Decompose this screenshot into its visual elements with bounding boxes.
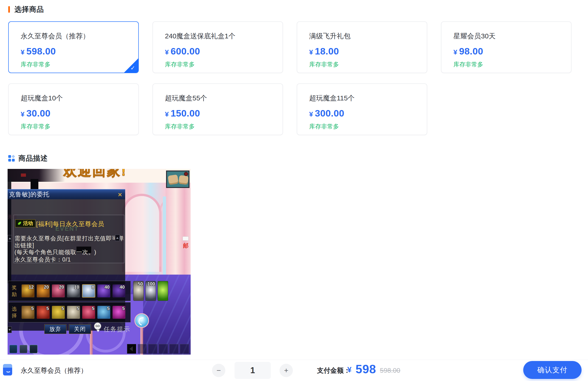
pay-amount-label: 支付金额： (317, 360, 350, 381)
price-amount: 98.00 (459, 46, 483, 57)
taskbar-slot (180, 344, 189, 354)
select-item-icon: 5 (37, 306, 50, 319)
confirm-pay-button[interactable]: 确认支付 (523, 361, 582, 379)
select-row: 选择 5 5 5 5 5 5 5 (8, 302, 131, 322)
go-pin-icon: GO (94, 322, 101, 330)
product-card-3[interactable]: 星耀会员30天 ¥ 98.00 库存非常多 (441, 21, 571, 73)
select-item-icon: 5 (82, 306, 95, 319)
taskbar-slot (138, 344, 147, 354)
minimap-terrain (178, 175, 189, 185)
product-name: 超玩魔盒55个 (165, 93, 271, 103)
currency-symbol: ¥ (309, 48, 313, 56)
selected-product-name: 永久至尊会员（推荐） (21, 360, 87, 381)
game-giveup-button: 放弃 (44, 324, 66, 334)
minimap-marker-icon (184, 172, 188, 176)
product-card-5[interactable]: 超玩魔盒55个 ¥ 150.00 库存非常多 (152, 83, 283, 135)
select-item-icon: 5 (97, 306, 110, 319)
game-arch (122, 194, 162, 272)
pay-currency-symbol: ¥ (347, 365, 351, 374)
game-red-text-fragment (21, 174, 26, 177)
reward-item-icon: 20 (37, 284, 50, 298)
hud-town-icon (20, 345, 27, 353)
reward-item-icon: 8 (82, 284, 95, 298)
leaf-icon (18, 221, 21, 225)
product-card-4[interactable]: 超玩魔盒10个 ¥ 30.00 库存非常多 (8, 83, 139, 135)
currency-symbol: ¥ (165, 110, 169, 118)
reward-row: 奖励 12 20 20 10 8 40 40 (8, 281, 131, 301)
dialog-close-icon: × (118, 191, 122, 199)
price-amount: 150.00 (171, 108, 200, 119)
reward-item-icon: 40 (112, 284, 126, 298)
quest-name: [福利]每日永久至尊会员 (36, 220, 104, 228)
product-card-6[interactable]: 超玩魔盒115个 ¥ 300.00 库存非常多 (297, 83, 427, 135)
product-grid: 永久至尊会员（推荐） ¥ 598.00 库存非常多 ✓ 240魔盒送保底礼盒1个… (8, 21, 573, 135)
currency-symbol: ¥ (453, 48, 457, 56)
reward-card-icon (158, 281, 168, 301)
reward-item-icon: 40 (97, 284, 110, 298)
reward-card-icon: 100 (145, 281, 156, 301)
quest-desc-line: (每天每个角色只能领取一次。) (15, 248, 96, 256)
panel-chevron-down-icon (8, 327, 12, 333)
checkout-bar: 永久至尊会员（推荐） − + 支付金额： ¥ 598 598.00 确认支付 (0, 360, 588, 381)
check-icon: ✓ (130, 65, 135, 71)
reward-card-icon: 50 (133, 281, 144, 301)
product-card-2[interactable]: 满级飞升礼包 ¥ 18.00 库存非常多 (297, 21, 427, 73)
quest-desc-line: 永久至尊会员卡：0/1 (15, 256, 71, 263)
selected-corner: ✓ (124, 58, 138, 73)
hud-move-icon (9, 345, 17, 353)
game-spiral-orb (134, 313, 149, 328)
product-name: 超玩魔盒10个 (21, 93, 126, 103)
quest-activity-badge: 活动 (15, 220, 35, 227)
stock-status: 库存非常多 (165, 60, 271, 68)
price-amount: 30.00 (26, 108, 51, 119)
select-item-icon: 5 (52, 306, 65, 319)
product-price: ¥ 300.00 (309, 108, 415, 119)
reward-item-icon: 10 (67, 284, 80, 298)
section-title-description: 商品描述 (18, 154, 48, 163)
product-price: ¥ 600.00 (165, 46, 271, 57)
panel-chevron-up-icon (8, 235, 12, 242)
stock-status: 库存非常多 (453, 60, 559, 68)
product-price: ¥ 598.00 (21, 46, 126, 57)
select-item-icon: 5 (67, 306, 80, 319)
select-label: 选择 (11, 306, 17, 319)
game-hud-left (9, 345, 38, 353)
currency-symbol: ¥ (21, 48, 24, 56)
price-amount: 18.00 (315, 46, 339, 57)
quantity-minus-button[interactable]: − (212, 364, 225, 377)
product-name: 240魔盒送保底礼盒1个 (165, 31, 271, 41)
game-taskbar (127, 344, 189, 354)
currency-symbol: ¥ (165, 48, 169, 56)
product-name: 超玩魔盒115个 (309, 93, 415, 103)
accent-bar-icon (8, 6, 10, 13)
task-hint-label: 任务提示 (104, 325, 130, 334)
product-price: ¥ 150.00 (165, 108, 271, 119)
grid-squares-icon (8, 155, 15, 161)
product-name: 满级飞升礼包 (309, 31, 415, 41)
taskbar-slot (159, 344, 168, 354)
description-section-header: 商品描述 (8, 154, 48, 163)
quantity-plus-button[interactable]: + (279, 364, 293, 377)
product-name: 星耀会员30天 (453, 31, 559, 41)
shopping-bag-icon (3, 364, 12, 376)
product-card-0[interactable]: 永久至尊会员（推荐） ¥ 598.00 库存非常多 ✓ (8, 21, 139, 73)
select-section-header: 选择商品 (8, 5, 44, 14)
product-card-1[interactable]: 240魔盒送保底礼盒1个 ¥ 600.00 库存非常多 (152, 21, 283, 73)
mail-sign-text: 邮 (183, 242, 189, 249)
game-welcome-text: 欢迎回家! (63, 169, 127, 180)
select-item-icon: 5 (21, 306, 35, 319)
product-price: ¥ 98.00 (453, 46, 559, 57)
product-description-image: 开启 欢迎回家! 邮 克鲁敏]的委托 × EVENT 活动 [福利]每日永久至尊… (8, 169, 191, 355)
game-close-button: 关闭 (69, 324, 91, 334)
scroll-up-icon (115, 235, 120, 241)
mail-envelope-icon (183, 236, 189, 241)
quantity-input[interactable] (234, 362, 271, 379)
product-name: 永久至尊会员（推荐） (21, 31, 126, 41)
reward-item-icon: 20 (52, 284, 65, 298)
stock-status: 库存非常多 (21, 122, 126, 131)
taskbar-slot (148, 344, 157, 354)
original-price-strikethrough: 598.00 (380, 367, 400, 374)
hud-plus-icon (30, 345, 38, 353)
price-amount: 598.00 (26, 46, 56, 57)
currency-symbol: ¥ (309, 110, 313, 118)
